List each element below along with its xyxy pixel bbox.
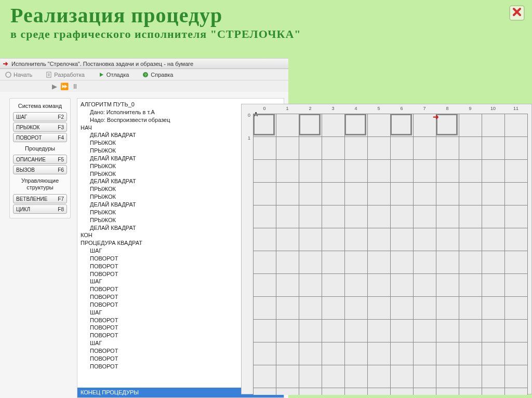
y-label-0: 0 <box>248 113 250 118</box>
cursor-arrow-icon: ➜ <box>433 113 439 121</box>
cmd-button-ветвление[interactable]: ВЕТВЛЕНИЕF7 <box>13 194 67 203</box>
main-toolbar: Начать Разработка Отладка ? Справка <box>0 69 288 80</box>
cmd-button-описание[interactable]: ОПИСАНИЕF5 <box>13 155 67 164</box>
play-icon <box>98 72 104 78</box>
procedures-heading: Процедуры <box>13 143 67 154</box>
cmd-button-цикл[interactable]: ЦИКЛF8 <box>13 204 67 214</box>
window-titlebar: Исполнитель "Стрелочка". Постановка зада… <box>0 59 288 69</box>
commands-panel: Система команд ШАГF2ПРЫЖОКF3ПОВОРОТF4 Пр… <box>9 98 71 218</box>
circle-icon <box>5 72 11 78</box>
cmd-button-шаг[interactable]: ШАГF2 <box>13 112 67 121</box>
grid <box>253 114 527 395</box>
cmd-button-поворот[interactable]: ПОВОРОТF4 <box>13 133 67 142</box>
control-heading: Управляющие структуры <box>13 175 67 193</box>
svg-text:?: ? <box>144 73 147 77</box>
fast-forward-icon[interactable]: ⏩ <box>60 83 69 90</box>
drawn-square <box>299 114 321 135</box>
arrow-icon <box>2 60 9 67</box>
playback-toolbar: ▶ ⏩ ⏸ <box>0 80 288 92</box>
play-solid-icon[interactable]: ▶ <box>52 83 57 90</box>
drawn-square <box>390 114 412 135</box>
drawn-square <box>344 114 366 135</box>
close-icon <box>512 7 522 19</box>
toolbar-debug[interactable]: Отладка <box>98 72 129 78</box>
cmd-button-вызов[interactable]: ВЫЗОВF6 <box>13 165 67 174</box>
pause-icon[interactable]: ⏸ <box>72 83 78 90</box>
cmd-button-прыжок[interactable]: ПРЫЖОКF3 <box>13 122 67 132</box>
x-axis-labels: 01234567891011 <box>253 106 527 111</box>
y-label-1: 1 <box>248 135 250 141</box>
svg-point-0 <box>6 72 11 77</box>
canvas-area[interactable]: 01234567891011 0 1 А ➜ <box>241 104 532 394</box>
toolbar-help[interactable]: ? Справка <box>142 72 173 78</box>
window-title-text: Исполнитель "Стрелочка". Постановка зада… <box>11 61 193 67</box>
system-heading: Система команд <box>13 101 67 111</box>
document-icon <box>46 72 52 78</box>
help-icon: ? <box>142 72 149 78</box>
toolbar-start[interactable]: Начать <box>5 72 32 78</box>
page-title: Реализация процедур <box>10 3 522 28</box>
toolbar-develop[interactable]: Разработка <box>46 72 85 78</box>
close-button[interactable] <box>509 5 525 21</box>
drawn-square <box>253 114 275 135</box>
page-subtitle: в среде графического исполнителя "СТРЕЛО… <box>10 28 522 41</box>
drawn-square <box>436 114 458 135</box>
